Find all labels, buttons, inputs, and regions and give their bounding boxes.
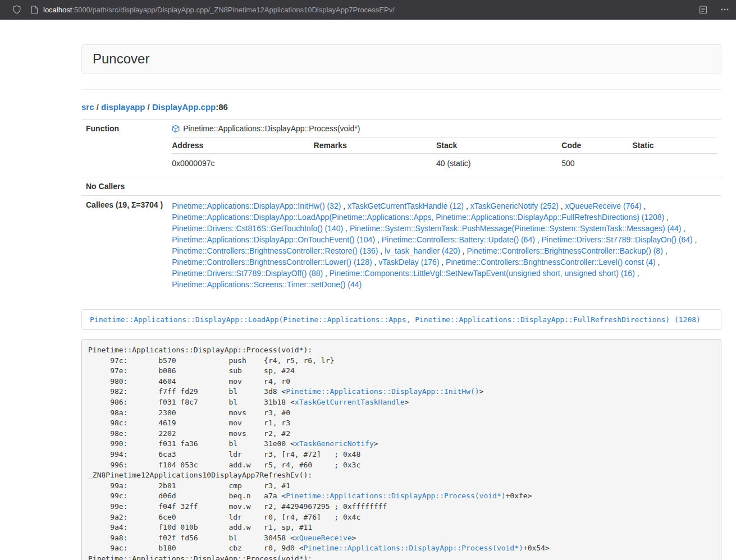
callee-separator: , <box>635 269 639 278</box>
header-divider <box>81 89 721 90</box>
code-symbol-link[interactable]: Pinetime::Applications::DisplayApp::Init… <box>286 387 479 396</box>
breadcrumb-line-number: :86 <box>216 102 228 112</box>
callee-link[interactable]: Pinetime::Applications::DisplayApp::Init… <box>172 201 341 210</box>
callees-row: Callees (19, Σ=3704 ) Pinetime::Applicat… <box>81 196 721 295</box>
symbol-table: Function Pinetime::Applications::Display… <box>81 119 721 295</box>
page-info-icon[interactable] <box>31 6 38 14</box>
callee-link[interactable]: Pinetime::Controllers::BrightnessControl… <box>172 258 372 267</box>
callee-link[interactable]: Pinetime::Applications::DisplayApp::Load… <box>172 213 664 222</box>
breadcrumb-link[interactable]: displayapp <box>101 102 145 112</box>
breadcrumb-separator: / <box>145 102 152 112</box>
code-symbol-link[interactable]: xTaskGenericNotify <box>295 439 374 448</box>
callee-link[interactable]: Pinetime::System::SystemTask::PushMessag… <box>350 224 682 233</box>
url-path: :5000/path/src/displayapp/DisplayApp.cpp… <box>72 6 395 14</box>
url-host: localhost <box>43 6 72 14</box>
callee-link[interactable]: Pinetime::Controllers::BrightnessControl… <box>446 258 655 267</box>
code-symbol-link[interactable]: Pinetime::Applications::DisplayApp::Proc… <box>286 492 505 500</box>
callee-link[interactable]: Pinetime::Controllers::BrightnessControl… <box>172 246 378 255</box>
callee-separator: , <box>693 235 697 244</box>
breadcrumb-link[interactable]: src <box>81 102 94 112</box>
callee-separator: , <box>439 258 446 267</box>
metrics-header-row: Address Remarks Stack Code Static <box>172 137 717 154</box>
callee-separator: , <box>642 201 646 210</box>
shield-icon[interactable] <box>12 5 21 14</box>
page-title: Puncover <box>93 52 710 66</box>
no-callers-cell <box>167 177 721 196</box>
callee-separator: , <box>378 246 385 255</box>
address-value: 0x0000097c <box>172 154 313 172</box>
function-row-label: Function <box>81 120 167 177</box>
no-callers-label: No Callers <box>81 177 167 196</box>
callee-separator: , <box>559 201 565 210</box>
function-cell: Pinetime::Applications::DisplayApp::Proc… <box>167 120 721 177</box>
callee-separator: , <box>663 246 668 255</box>
breadcrumb-link[interactable]: DisplayApp.cpp <box>152 102 216 112</box>
stack-value: 40 (static) <box>436 154 561 172</box>
function-name-line: Pinetime::Applications::DisplayApp::Proc… <box>172 124 717 134</box>
callee-separator: , <box>372 258 379 267</box>
callee-separator: , <box>664 213 669 222</box>
app-header: Puncover <box>81 44 721 74</box>
breadcrumb: src / displayapp / DisplayApp.cpp:86 <box>81 102 721 112</box>
callee-separator: , <box>535 235 542 244</box>
callee-separator: , <box>323 269 330 278</box>
reader-view-icon[interactable] <box>699 6 707 14</box>
callee-link[interactable]: vTaskDelay (176) <box>378 258 439 267</box>
callee-link[interactable]: Pinetime::Components::LittleVgl::SetNewT… <box>330 269 635 278</box>
col-header-static: Static <box>632 137 717 154</box>
code-symbol-link[interactable]: Pinetime::Applications::DisplayApp::Proc… <box>304 544 523 552</box>
col-header-remarks: Remarks <box>314 137 436 154</box>
callee-link[interactable]: Pinetime::Controllers::BrightnessControl… <box>467 246 662 255</box>
callee-link[interactable]: xTaskGenericNotify (252) <box>470 201 559 210</box>
callee-separator: , <box>341 201 348 210</box>
selected-callee-box: Pinetime::Applications::DisplayApp::Load… <box>81 309 721 330</box>
callee-link[interactable]: xQueueReceive (764) <box>565 201 642 210</box>
callee-link[interactable]: lv_task_handler (420) <box>385 246 460 255</box>
url-bar[interactable]: localhost:5000/path/src/displayapp/Displ… <box>43 6 699 14</box>
callee-link[interactable]: Pinetime::Applications::Screens::Timer::… <box>172 280 362 289</box>
callees-list: Pinetime::Applications::DisplayApp::Init… <box>167 196 721 295</box>
static-value <box>632 154 717 172</box>
function-symbol-icon <box>172 125 180 133</box>
callee-link[interactable]: Pinetime::Applications::DisplayApp::OnTo… <box>172 235 375 244</box>
col-header-address: Address <box>172 137 313 154</box>
callee-link[interactable]: Pinetime::Controllers::Battery::Update()… <box>382 235 535 244</box>
callee-link[interactable]: Pinetime::Drivers::St7789::DisplayOn() (… <box>542 235 693 244</box>
remarks-value <box>314 154 436 172</box>
function-row: Function Pinetime::Applications::Display… <box>81 120 721 177</box>
overflow-menu-icon[interactable] <box>721 8 729 11</box>
code-value: 500 <box>561 154 632 172</box>
col-header-code: Code <box>561 137 632 154</box>
code-symbol-link[interactable]: xTaskGetCurrentTaskHandle <box>295 398 405 406</box>
breadcrumb-separator: / <box>94 102 102 112</box>
callee-link[interactable]: Pinetime::Drivers::St7789::DisplayOff() … <box>172 269 323 278</box>
callee-separator: , <box>681 224 685 233</box>
callee-separator: , <box>656 258 660 267</box>
metrics-table: Address Remarks Stack Code Static 0x0000… <box>172 137 717 172</box>
callee-link[interactable]: Pinetime::Drivers::Cst816S::GetTouchInfo… <box>172 224 343 233</box>
function-name: Pinetime::Applications::DisplayApp::Proc… <box>183 124 360 134</box>
callees-label: Callees (19, Σ=3704 ) <box>81 196 167 295</box>
code-symbol-link[interactable]: xQueueReceive <box>295 534 352 542</box>
selected-callee-link[interactable]: Pinetime::Applications::DisplayApp::Load… <box>90 315 701 324</box>
callee-separator: , <box>464 201 470 210</box>
callee-separator: , <box>343 224 350 233</box>
browser-toolbar: localhost:5000/path/src/displayapp/Displ… <box>0 0 736 20</box>
page-content: Puncover src / displayapp / DisplayApp.c… <box>81 44 721 560</box>
no-callers-row: No Callers <box>81 177 721 196</box>
metrics-data-row: 0x0000097c 40 (static) 500 <box>172 154 717 172</box>
callee-separator: , <box>460 246 467 255</box>
callee-link[interactable]: xTaskGetCurrentTaskHandle (12) <box>348 201 464 210</box>
disassembly-code: Pinetime::Applications::DisplayApp::Proc… <box>81 339 721 560</box>
callee-separator: , <box>375 235 382 244</box>
col-header-stack: Stack <box>436 137 561 154</box>
